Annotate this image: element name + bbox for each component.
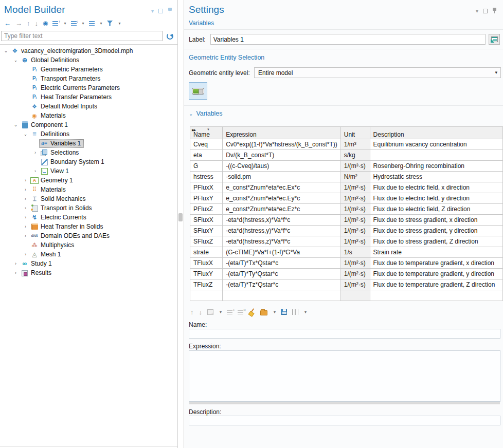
chevron-collapsed-icon[interactable]: ›	[22, 206, 29, 211]
variable-description-cell[interactable]: Flux due to temperature gradient, y dire…	[370, 269, 502, 279]
chevron-expanded-icon[interactable]: ⌄	[22, 132, 29, 137]
tree-item-materials[interactable]: ◉Materials	[0, 111, 177, 120]
edit-columns-icon[interactable]	[292, 309, 298, 315]
tree-item-domain-odes-and-daes[interactable]: ›d/dtDomain ODEs and DAEs	[0, 231, 177, 240]
dropdown-caret[interactable]: ▾	[100, 21, 102, 26]
tree-item-content[interactable]: AGeometry 1	[29, 176, 76, 185]
variable-name-cell[interactable]: hstress	[190, 172, 223, 182]
variable-description-cell[interactable]: Flux due to stress gradient, y direction	[370, 226, 502, 236]
variable-description-cell[interactable]	[370, 290, 502, 301]
forward-button[interactable]: →	[15, 19, 22, 27]
move-to-icon[interactable]: →	[207, 309, 213, 315]
row-move-down-button[interactable]: ↓	[199, 308, 203, 316]
variable-expression-cell[interactable]	[223, 290, 341, 301]
variable-expression-cell[interactable]: Cv0*exp((1-f)*Va*hstress/(k_B_const*T))	[223, 139, 341, 150]
load-from-file-icon[interactable]	[260, 310, 267, 315]
tree-item-heat-transfer-in-solids[interactable]: ›Heat Transfer in Solids	[0, 222, 177, 231]
save-to-file-icon[interactable]	[281, 309, 287, 315]
panel-splitter-handle[interactable]	[178, 213, 183, 221]
pin-icon[interactable]	[168, 8, 172, 14]
variable-expression-cell[interactable]: -solid.pm	[223, 172, 341, 182]
tree-item-study-1[interactable]: ›∞Study 1	[0, 259, 177, 268]
dropdown-caret[interactable]: ▾	[119, 21, 121, 26]
variable-unit-cell[interactable]: 1/(m²·s)	[340, 258, 370, 269]
variable-unit-cell[interactable]: 1/(m²·s)	[340, 279, 370, 290]
tree-item-transport-in-solids[interactable]: ›Transport in Solids	[0, 203, 177, 213]
tree-item-content[interactable]: Heat Transfer in Solids	[29, 222, 106, 231]
column-header-unit[interactable]: Unit	[340, 127, 370, 139]
name-input[interactable]	[189, 329, 500, 339]
variable-name-cell[interactable]: strate	[190, 247, 223, 258]
chevron-expanded-icon[interactable]: ⌄	[12, 122, 20, 127]
chevron-collapsed-icon[interactable]: ›	[22, 233, 29, 238]
tree-item-content[interactable]: PᵢHeat Transfer Parameters	[29, 93, 115, 102]
add-row-icon[interactable]: +	[227, 310, 232, 314]
variable-name-cell[interactable]: SFluxY	[190, 226, 223, 236]
tree-item-variables-1[interactable]: a=Variables 1	[0, 139, 177, 148]
variable-name-cell[interactable]: SFluxX	[190, 215, 223, 226]
tree-item-solid-mechanics[interactable]: ›⌶Solid Mechanics	[0, 194, 177, 203]
variable-unit-cell[interactable]: 1/(m³·s)	[340, 161, 370, 172]
variable-unit-cell[interactable]: s/kg	[340, 150, 370, 161]
variable-description-cell[interactable]: Flux due to electric field, x direction	[370, 182, 502, 193]
chevron-collapsed-icon[interactable]: ›	[22, 178, 29, 183]
variable-description-cell[interactable]	[370, 150, 502, 161]
tree-item-content[interactable]: ∞Study 1	[20, 259, 55, 268]
variable-name-cell[interactable]: TFluxX	[190, 258, 223, 269]
tree-item-content[interactable]: View 1	[39, 167, 72, 176]
chevron-expanded-icon[interactable]: ⌄	[12, 58, 20, 63]
variable-expression-cell[interactable]: e_const*Znum*eta*ec.Ex*c	[223, 182, 341, 193]
variable-expression-cell[interactable]: -eta*d(hstress,x)*Va*f*c	[223, 215, 341, 226]
tree-item-content[interactable]: PᵢElectric Currents Parameters	[29, 84, 123, 92]
variable-description-cell[interactable]: Flux due to stress gradient, x direction	[370, 215, 502, 226]
variables-section-heading[interactable]: ⌄Variables	[189, 110, 223, 117]
variable-name-cell[interactable]: PFluxZ	[190, 204, 223, 215]
tree-item-content[interactable]: a=Variables 1	[39, 139, 84, 148]
variable-expression-cell[interactable]: Dv/(k_B_const*T)	[223, 150, 341, 161]
filter-button[interactable]	[107, 19, 113, 27]
tree-item-view-1[interactable]: ›View 1	[0, 166, 177, 176]
label-input[interactable]	[210, 34, 486, 45]
variable-description-cell[interactable]: Equilibrium vacancy concentration	[370, 139, 502, 150]
dropdown-caret[interactable]: ▾	[304, 310, 307, 314]
filter-input[interactable]	[1, 31, 163, 41]
clear-table-icon[interactable]	[248, 308, 255, 315]
back-button[interactable]: ←	[4, 19, 11, 27]
variable-description-cell[interactable]: Flux due to temperature gradient, Z dire…	[370, 279, 502, 290]
chevron-collapsed-icon[interactable]: ›	[12, 270, 20, 275]
tree-item-geometry-1[interactable]: ›AGeometry 1	[0, 176, 177, 185]
dropdown-caret[interactable]: ▾	[64, 21, 66, 26]
panel-menu-icon[interactable]: ▾	[151, 9, 154, 14]
geometric-entity-level-select[interactable]: Entire model ▾	[254, 67, 501, 78]
tree-item-content[interactable]: Selections	[39, 148, 82, 157]
tree-item-content[interactable]: ❖Default Model Inputs	[29, 102, 100, 111]
variable-expression-cell[interactable]: -eta*d(hstress,y)*Va*f*c	[223, 226, 341, 236]
variable-expression-cell[interactable]: -(eta/T)*Ty*Qstar*c	[223, 269, 341, 279]
expression-scrollbar[interactable]	[189, 402, 500, 404]
variable-description-cell[interactable]: Rosenberg-Ohring recombination	[370, 161, 502, 172]
variable-description-cell[interactable]: Flux due to stress gradient, Z direction	[370, 236, 502, 247]
variable-unit-cell[interactable]: 1/(m²·s)	[340, 215, 370, 226]
section-collapse-icon[interactable]: ⌄	[189, 111, 193, 117]
variable-name-cell[interactable]: TFluxZ	[190, 279, 223, 290]
variable-unit-cell[interactable]: 1/(m²·s)	[340, 182, 370, 193]
variable-name-cell[interactable]	[190, 290, 223, 301]
tree-item-mesh-1[interactable]: ›◬Mesh 1	[0, 250, 177, 259]
variable-description-cell[interactable]: Flux due to electric field, y direction	[370, 193, 502, 204]
tree-item-materials[interactable]: ›⠿Materials	[0, 185, 177, 194]
dropdown-caret[interactable]: ▾	[220, 310, 222, 314]
variable-unit-cell[interactable]: 1/s	[340, 247, 370, 258]
variable-unit-cell[interactable]: 1/(m²·s)	[340, 236, 370, 247]
tree-item-geometric-parameters[interactable]: PᵢGeometric Parameters	[0, 65, 177, 74]
variable-unit-cell[interactable]: 1/(m²·s)	[340, 204, 370, 215]
chevron-collapsed-icon[interactable]: ›	[22, 215, 29, 220]
variable-expression-cell[interactable]: -(eta/T)*Tz*Qstar*c	[223, 279, 341, 290]
tree-item-electric-currents[interactable]: ›↯Electric Currents	[0, 213, 177, 222]
chevron-collapsed-icon[interactable]: ›	[12, 261, 20, 266]
panel-menu-icon[interactable]: ▾	[476, 9, 478, 14]
tree-item-content[interactable]: ⌶Solid Mechanics	[29, 195, 88, 203]
node-label-button[interactable]	[89, 19, 95, 27]
chevron-expanded-icon[interactable]: ⌄	[2, 48, 10, 53]
float-window-icon[interactable]	[158, 9, 163, 13]
expand-all-button[interactable]: ↑	[52, 19, 58, 27]
